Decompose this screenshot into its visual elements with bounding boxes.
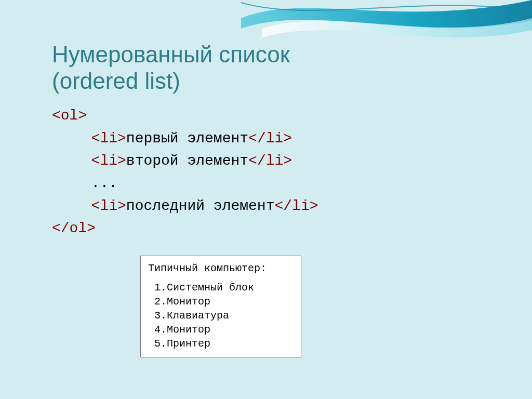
tag-li-open: <li> — [91, 198, 126, 214]
code-line: <li>последний элемент</li> — [52, 195, 501, 217]
code-line: <ol> — [52, 104, 501, 127]
code-line: <li>первый элемент</li> — [52, 127, 501, 150]
tag-li-close: </li> — [248, 130, 292, 147]
tag-li-open: <li> — [91, 130, 126, 147]
code-text: последний элемент — [126, 198, 275, 214]
tag-ol-close: </ol> — [52, 220, 96, 236]
code-line: <li>второй элемент</li> — [52, 150, 501, 172]
tag-li-close: </li> — [248, 153, 292, 169]
code-text: второй элемент — [126, 153, 248, 169]
list-item: 5.Принтер — [148, 337, 294, 351]
code-text: первый элемент — [126, 130, 248, 147]
ellipsis: ... — [91, 175, 117, 191]
list-item: 4.Монитор — [148, 323, 294, 337]
slide-content: Нумерованный список (ordered list) <ol> … — [52, 42, 501, 357]
list-item: 2.Монитор — [148, 295, 294, 309]
code-line: ... — [52, 172, 501, 194]
tag-li-close: </li> — [274, 198, 318, 214]
title-line-1: Нумерованный список — [52, 42, 290, 67]
tag-ol-open: <ol> — [52, 108, 87, 124]
tag-li-open: <li> — [91, 153, 126, 169]
list-item: 1.Системный блок — [148, 281, 294, 295]
slide-title: Нумерованный список (ordered list) — [52, 42, 501, 94]
code-line: </ol> — [52, 217, 501, 240]
example-header: Типичный компьютер: — [148, 261, 294, 275]
list-item: 3.Клавиатура — [148, 309, 294, 323]
example-output: Типичный компьютер: 1.Системный блок 2.М… — [140, 256, 301, 357]
title-line-2: (ordered list) — [52, 68, 180, 94]
code-block: <ol> <li>первый элемент</li> <li>второй … — [52, 104, 501, 240]
